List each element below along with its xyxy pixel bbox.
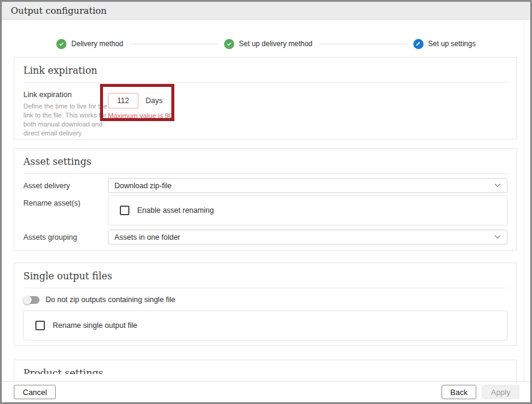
enable-asset-renaming-checkbox[interactable] [120,206,129,215]
check-circle-icon [56,39,66,49]
titlebar: Output configuration [2,2,530,20]
section-heading: Asset settings [23,156,507,168]
link-expiration-section: Link expiration Link expiration Define t… [14,57,517,140]
step-setup-delivery-method[interactable]: Set up delivery method [224,39,313,49]
asset-delivery-label: Asset delivery [23,178,108,190]
product-settings-section: Product settings [14,360,517,381]
chevron-down-icon [494,235,501,239]
rename-assets-panel: Enable asset renaming [108,195,507,225]
step-label: Set up delivery method [239,40,313,48]
divider [23,82,507,83]
stepper-connector [129,44,218,44]
step-delivery-method[interactable]: Delivery method [56,39,123,49]
link-expiration-description: Define the time to live for the link to … [23,102,108,138]
rename-single-output-panel: Rename single output file [23,310,507,340]
apply-button[interactable]: Apply [482,385,519,399]
divider [23,173,507,174]
toggle-knob [23,296,32,304]
back-button[interactable]: Back [442,385,477,399]
step-label: Delivery method [71,40,123,48]
assets-grouping-value: Assets in one folder [114,233,494,242]
step-setup-settings[interactable]: Set up settings [413,39,476,49]
days-unit-label: Days [146,97,162,105]
asset-delivery-select[interactable]: Download zip-file [108,178,507,193]
do-not-zip-toggle-label: Do not zip outputs containing single fil… [46,296,176,304]
rename-assets-label: Rename asset(s) [23,195,108,207]
dialog-content: Delivery method Set up delivery method S… [2,20,530,381]
section-heading: Link expiration [23,65,507,77]
pencil-circle-icon [413,39,424,49]
section-heading: Single output files [23,270,507,282]
check-circle-icon [224,39,234,49]
output-configuration-dialog: Output configuration Delivery method Set… [0,0,532,404]
stepper-connector [319,44,407,44]
step-label: Set up settings [428,40,476,48]
section-heading: Product settings [23,367,507,374]
rename-single-output-label: Rename single output file [53,321,137,330]
do-not-zip-toggle[interactable] [23,296,40,304]
dialog-title: Output configuration [11,5,107,16]
divider [23,288,507,288]
asset-settings-section: Asset settings Asset delivery Download z… [14,148,517,251]
validation-error-text: Maximum value is 90 [108,112,173,119]
single-output-files-section: Single output files Do not zip outputs c… [14,263,517,346]
asset-delivery-value: Download zip-file [114,182,494,190]
stepper: Delivery method Set up delivery method S… [2,38,530,50]
cancel-button[interactable]: Cancel [14,385,56,399]
chevron-down-icon [494,183,501,188]
dialog-footer: Cancel Back Apply [2,381,530,402]
link-expiration-label: Link expiration [23,91,108,99]
rename-single-output-checkbox[interactable] [35,321,45,330]
scrollbar-track[interactable] [524,21,524,381]
assets-grouping-label: Assets grouping [23,230,108,242]
assets-grouping-select[interactable]: Assets in one folder [108,230,507,245]
enable-asset-renaming-label: Enable asset renaming [137,206,214,215]
link-expiration-days-input[interactable] [108,93,138,108]
